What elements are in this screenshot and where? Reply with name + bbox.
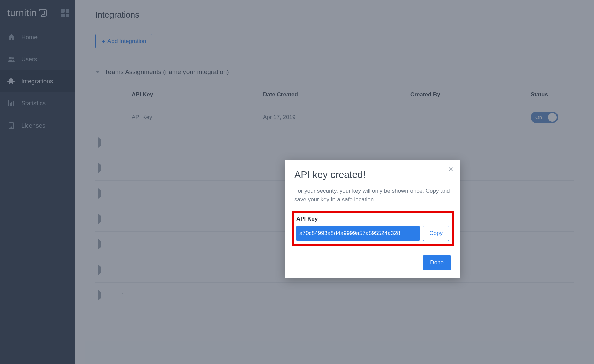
done-button[interactable]: Done [423,255,451,270]
modal-title: API key created! [294,169,451,180]
api-key-field-label: API Key [296,216,449,222]
copy-button[interactable]: Copy [423,226,449,241]
close-icon: × [448,164,453,174]
api-key-row: Copy [296,226,449,241]
api-key-input-wrap [296,226,420,241]
modal-description: For your security, your key will only be… [294,187,451,204]
close-button[interactable]: × [446,164,456,174]
api-key-input[interactable] [297,226,419,241]
modal-actions: Done [294,255,451,270]
highlight-annotation: API Key Copy [292,211,454,246]
api-key-created-modal: × API key created! For your security, yo… [285,160,460,278]
